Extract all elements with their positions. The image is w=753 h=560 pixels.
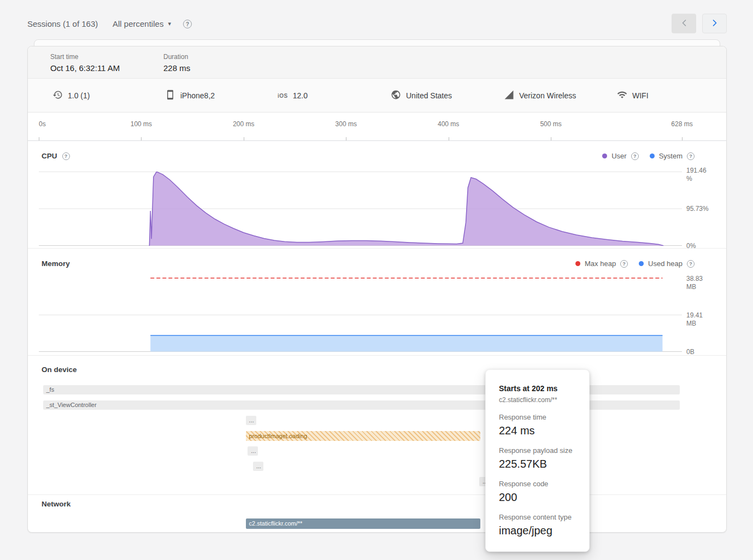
help-icon[interactable]: ?: [687, 260, 695, 268]
on-device-section-title: On device: [42, 366, 77, 374]
tooltip-field: Response payload size225.57KB: [499, 446, 580, 470]
legend-user-dot: [602, 154, 607, 158]
legend-max-heap-dot: [575, 261, 580, 266]
timeline-tick-label: 500 ms: [540, 120, 561, 128]
used-heap-band: [150, 335, 662, 351]
duration-label: Duration: [163, 53, 190, 61]
memory-chart[interactable]: [39, 267, 682, 352]
chevron-left-icon: [679, 17, 690, 30]
app-version-label: 1.0 (1): [68, 91, 90, 100]
legend-system-label: System: [659, 152, 683, 160]
network-section: Network c2.staticflickr.com/**: [28, 494, 726, 533]
device-model-item: iPhone8,2: [165, 79, 215, 113]
tooltip-field-value: image/jpeg: [499, 524, 580, 537]
timeline-tick-mark: [346, 137, 346, 140]
os-version-label: 12.0: [293, 91, 308, 100]
cpu-ytick-max: 191.46 %: [686, 167, 713, 183]
legend-used-heap-dot: [639, 261, 644, 266]
cpu-section: CPU ? User ? System ?: [28, 141, 726, 248]
legend-used-heap-label: Used heap: [648, 260, 683, 268]
help-icon[interactable]: ?: [62, 152, 70, 160]
tooltip-field: Response content typeimage/jpeg: [499, 513, 580, 537]
chevron-down-icon: ▾: [168, 20, 171, 27]
cpu-chart[interactable]: [39, 172, 682, 246]
legend-user-label: User: [611, 152, 626, 160]
cpu-ytick-mid: 95.73%: [686, 205, 713, 213]
timeline-tick-mark: [39, 137, 39, 140]
tooltip-field-label: Response code: [499, 480, 580, 488]
start-time-group: Start time Oct 16, 6:32:11 AM: [50, 53, 120, 73]
network-section-title: Network: [42, 500, 70, 508]
tooltip-field: Response time224 ms: [499, 413, 580, 437]
request-tooltip: Starts at 202 ms c2.staticflickr.com/** …: [485, 369, 590, 552]
on-device-section: On device _fs_st_ViewController...produc…: [28, 355, 726, 494]
smartphone-icon: [165, 90, 175, 102]
os-version-item: iOS 12.0: [278, 79, 308, 113]
legend-system: System ?: [650, 152, 695, 160]
memory-ytick-mid: 19.41 MB: [686, 311, 713, 328]
timeline-ruler: 0s100 ms200 ms300 ms400 ms500 ms628 ms: [28, 113, 726, 141]
timeline-tick-label: 200 ms: [233, 120, 254, 128]
radio-label: WIFI: [632, 91, 649, 100]
cpu-section-title: CPU: [42, 152, 57, 160]
ios-icon: iOS: [278, 93, 288, 99]
trace-bar-collapsed[interactable]: ...: [246, 416, 256, 425]
next-session-button[interactable]: [702, 14, 727, 33]
device-info-row: 1.0 (1) iPhone8,2 iOS 12.0 United States: [28, 79, 726, 113]
legend-user: User ?: [602, 152, 638, 160]
trace-bar-collapsed[interactable]: ...: [248, 446, 258, 456]
carrier-item: Verizon Wireless: [504, 79, 576, 113]
timeline-tick-mark: [551, 137, 551, 140]
memory-section: Memory Max heap ? Used heap ?: [28, 248, 726, 355]
timeline-tick-label: 400 ms: [438, 120, 459, 128]
device-model-label: iPhone8,2: [180, 91, 215, 100]
country-item: United States: [391, 79, 452, 113]
previous-session-button[interactable]: [672, 14, 696, 33]
legend-max-heap: Max heap ?: [575, 260, 628, 268]
network-request-bar[interactable]: c2.staticflickr.com/**: [246, 518, 480, 529]
legend-used-heap: Used heap ?: [639, 260, 695, 268]
carrier-label: Verizon Wireless: [519, 91, 576, 100]
help-icon[interactable]: ?: [620, 260, 628, 268]
timeline-tick-mark: [682, 137, 683, 140]
trace-bar-collapsed[interactable]: ...: [253, 462, 263, 471]
tooltip-field: Response code200: [499, 480, 580, 504]
tooltip-field-value: 224 ms: [499, 425, 580, 437]
help-icon[interactable]: ?: [183, 20, 192, 28]
cellular-signal-icon: [504, 90, 514, 102]
timeline-tick-label: 100 ms: [131, 120, 152, 128]
legend-max-heap-label: Max heap: [585, 260, 616, 268]
timeline-tick-label: 628 ms: [671, 120, 692, 128]
tooltip-field-value: 200: [499, 491, 580, 504]
chevron-right-icon: [709, 17, 720, 30]
duration-value: 228 ms: [163, 63, 190, 73]
memory-section-title: Memory: [42, 260, 70, 268]
start-time-label: Start time: [50, 53, 120, 61]
duration-group: Duration 228 ms: [163, 53, 190, 73]
help-icon[interactable]: ?: [687, 152, 695, 160]
session-card: Start time Oct 16, 6:32:11 AM Duration 2…: [27, 46, 727, 533]
memory-legend: Max heap ? Used heap ?: [575, 260, 695, 268]
radio-item: WIFI: [617, 79, 649, 113]
sessions-count-label: Sessions (1 of 163): [27, 19, 98, 28]
help-icon[interactable]: ?: [631, 152, 639, 160]
timeline-tick-label: 0s: [39, 120, 46, 128]
tooltip-field-label: Response content type: [499, 513, 580, 521]
wifi-icon: [617, 90, 627, 102]
tooltip-subtitle: c2.staticflickr.com/**: [499, 396, 580, 404]
tooltip-field-value: 225.57KB: [499, 458, 580, 470]
timeline-tick-mark: [141, 137, 142, 140]
tooltip-title: Starts at 202 ms: [499, 384, 580, 393]
tooltip-field-label: Response payload size: [499, 446, 580, 455]
cpu-legend: User ? System ?: [602, 152, 695, 160]
timeline-tick-mark: [449, 137, 449, 140]
history-icon: [52, 90, 63, 102]
legend-system-dot: [650, 154, 655, 158]
percentiles-dropdown-label: All percentiles: [113, 19, 163, 28]
globe-icon: [391, 90, 401, 102]
percentiles-dropdown[interactable]: All percentiles ▾: [111, 16, 172, 31]
trace-bar-productImageLoading[interactable]: productImageLoading: [246, 431, 480, 441]
country-label: United States: [406, 91, 452, 100]
start-time-value: Oct 16, 6:32:11 AM: [50, 63, 120, 73]
app-version-item: 1.0 (1): [52, 79, 90, 113]
